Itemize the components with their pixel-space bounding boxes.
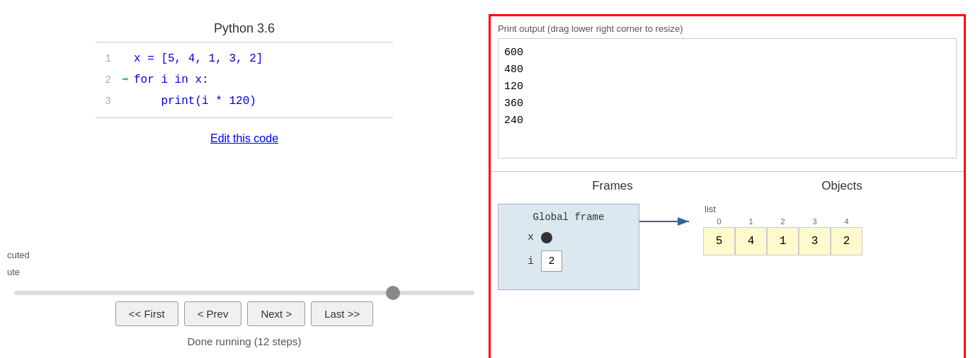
output-line-2: 480 [504, 62, 950, 79]
arrow-3 [117, 93, 134, 110]
last-button[interactable]: Last >> [311, 301, 373, 326]
output-line-5: 240 [504, 112, 950, 129]
python-version-title: Python 3.6 [214, 21, 275, 36]
pointer-arrow-svg [639, 211, 696, 232]
bottom-labels: cuted ute [0, 247, 30, 280]
frame-row-x: x [513, 231, 625, 243]
list-cell-4: 4 2 [831, 217, 862, 255]
list-cells: 0 5 1 4 2 1 3 3 [703, 217, 862, 255]
arrow-1 [117, 50, 134, 67]
bottom-label-1: cuted [7, 247, 30, 263]
prev-button[interactable]: < Prev [184, 301, 242, 326]
output-line-3: 120 [504, 79, 950, 96]
global-frame: Global frame x i 2 [498, 204, 639, 290]
bottom-label-2: ute [7, 264, 30, 280]
print-output-section: Print output (drag lower right corner to… [491, 16, 964, 172]
line-number-3: 3 [96, 94, 117, 109]
done-label: Done running (12 steps) [0, 335, 489, 347]
code-line-1: 1 x = [5, 4, 1, 3, 2] [96, 48, 393, 69]
frames-objects-body: Global frame x i 2 [498, 204, 957, 290]
frame-row-i: i 2 [513, 250, 625, 272]
frame-var-i: i [513, 255, 534, 267]
list-value-1: 4 [735, 227, 767, 255]
code-line-3: 3 print(i * 120) [96, 91, 393, 112]
list-cell-2: 2 1 [767, 217, 799, 255]
output-line-4: 360 [504, 96, 950, 112]
list-value-2: 1 [767, 227, 799, 255]
code-container: 1 x = [5, 4, 1, 3, 2] 2 ➡ for i in x: 3 … [96, 42, 393, 118]
right-panel: Print output (drag lower right corner to… [489, 14, 966, 358]
global-frame-title: Global frame [513, 212, 625, 223]
list-index-4: 4 [838, 217, 854, 226]
frame-dot-x [541, 232, 552, 243]
list-label: list [705, 204, 716, 214]
arrow-2: ➡ [117, 71, 134, 88]
list-index-1: 1 [743, 217, 758, 226]
list-cell-1: 1 4 [735, 217, 767, 255]
code-text-3: print(i * 120) [134, 93, 256, 110]
code-text-2: for i in x: [134, 71, 209, 88]
first-button[interactable]: << First [115, 301, 178, 326]
line-number-2: 2 [96, 73, 117, 88]
print-output-label: Print output (drag lower right corner to… [498, 23, 957, 34]
frame-value-i: 2 [541, 250, 562, 272]
arrow-container [639, 204, 696, 232]
list-cell-3: 3 3 [799, 217, 831, 255]
slider-container [0, 285, 489, 298]
code-text-1: x = [5, 4, 1, 3, 2] [134, 50, 263, 67]
list-index-0: 0 [711, 217, 727, 226]
line-number-1: 1 [96, 52, 117, 67]
next-button[interactable]: Next > [247, 301, 305, 326]
list-value-0: 5 [703, 227, 735, 255]
code-line-2: 2 ➡ for i in x: [96, 69, 393, 91]
list-value-4: 2 [831, 227, 862, 255]
left-panel: Python 3.6 1 x = [5, 4, 1, 3, 2] 2 ➡ for… [0, 0, 489, 358]
nav-buttons: << First < Prev Next > Last >> [0, 301, 489, 326]
frame-var-x: x [513, 231, 534, 243]
list-cell-0: 0 5 [703, 217, 735, 255]
list-index-2: 2 [775, 217, 790, 226]
frames-label: Frames [592, 179, 633, 193]
print-output-box[interactable]: 600 480 120 360 240 [498, 38, 957, 158]
list-index-3: 3 [807, 217, 822, 226]
list-object: list 0 5 1 4 2 1 3 [703, 204, 862, 255]
frames-objects-header: Frames Objects [498, 179, 957, 193]
list-value-3: 3 [799, 227, 831, 255]
frames-objects-section: Frames Objects Global frame x i 2 [491, 172, 964, 358]
objects-label: Objects [821, 179, 862, 193]
step-slider[interactable] [14, 291, 474, 295]
edit-code-link[interactable]: Edit this code [210, 132, 278, 145]
output-line-1: 600 [504, 45, 950, 62]
